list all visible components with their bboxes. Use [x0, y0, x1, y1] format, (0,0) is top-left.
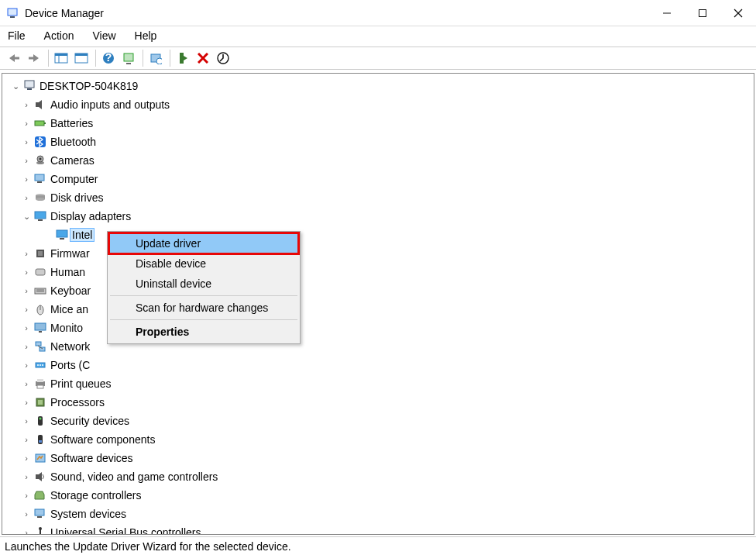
tree-category[interactable]: › Batteries	[7, 114, 754, 133]
ctx-uninstall-device[interactable]: Uninstall device	[109, 274, 298, 294]
chevron-right-icon[interactable]: ›	[21, 435, 32, 444]
chevron-right-icon[interactable]: ›	[21, 119, 32, 128]
uninstall-device-button[interactable]	[194, 49, 212, 67]
show-hide-console-tree-button[interactable]	[52, 49, 70, 67]
tree-category[interactable]: › Universal Serial Bus controllers	[7, 523, 754, 535]
chevron-down-icon[interactable]: ⌄	[10, 81, 21, 91]
chevron-right-icon[interactable]: ›	[21, 453, 32, 463]
chevron-right-icon[interactable]: ›	[21, 156, 32, 165]
svg-rect-23	[27, 88, 32, 90]
scan-hardware-button[interactable]	[119, 49, 138, 67]
cpu-icon	[33, 395, 47, 409]
ctx-scan-hardware[interactable]: Scan for hardware changes	[109, 298, 298, 318]
chevron-right-icon[interactable]: ›	[21, 249, 32, 258]
svg-point-54	[37, 364, 39, 366]
scan-changes-button[interactable]	[214, 49, 232, 67]
chevron-right-icon[interactable]: ›	[21, 342, 32, 351]
tree-category[interactable]: › Storage controllers	[7, 486, 754, 505]
tree-category-label: Print queues	[50, 377, 112, 390]
chevron-right-icon[interactable]: ›	[21, 416, 32, 426]
tree-category-label: System devices	[50, 508, 126, 520]
tree-category[interactable]: › Processors	[7, 393, 754, 412]
chevron-right-icon[interactable]: ›	[21, 491, 32, 500]
tree-category[interactable]: › Disk drives	[7, 188, 754, 207]
tree-category[interactable]: › Security devices	[7, 412, 754, 430]
chip-icon	[33, 246, 47, 260]
menu-view[interactable]: View	[92, 29, 115, 42]
menu-help[interactable]: Help	[135, 29, 157, 42]
forward-button[interactable]	[25, 49, 43, 67]
chevron-down-icon[interactable]: ⌄	[21, 212, 32, 222]
svg-rect-59	[37, 385, 43, 388]
svg-rect-9	[55, 53, 67, 56]
chevron-right-icon[interactable]: ›	[21, 305, 32, 314]
ctx-properties[interactable]: Properties	[109, 322, 298, 342]
tree-category[interactable]: › Print queues	[7, 374, 754, 393]
minimize-button[interactable]	[649, 2, 685, 25]
svg-point-55	[40, 364, 41, 366]
tree-category[interactable]: › Sound, video and game controllers	[7, 467, 754, 486]
custom-view-button[interactable]	[72, 49, 91, 67]
chevron-right-icon[interactable]: ›	[21, 379, 32, 388]
chevron-right-icon[interactable]: ›	[21, 509, 32, 519]
tree-category-label: Bluetooth	[50, 136, 96, 148]
svg-rect-6	[14, 57, 19, 60]
window-title: Device Manager	[25, 7, 104, 19]
svg-rect-50	[36, 342, 41, 346]
tree-category[interactable]: › Computer	[7, 170, 754, 188]
menu-file[interactable]: File	[8, 29, 26, 42]
svg-rect-65	[39, 440, 42, 443]
svg-rect-61	[38, 400, 43, 405]
speaker-icon	[33, 98, 47, 112]
chevron-right-icon[interactable]: ›	[21, 174, 32, 184]
svg-rect-68	[35, 509, 44, 515]
svg-point-63	[40, 418, 42, 420]
close-button[interactable]	[720, 2, 756, 25]
menu-action[interactable]: Action	[44, 29, 74, 42]
tree-category[interactable]: › Software devices	[7, 449, 754, 467]
help-button[interactable]: ?	[99, 49, 118, 67]
tree-category[interactable]: › Software components	[7, 430, 754, 449]
chevron-right-icon[interactable]: ›	[21, 193, 32, 202]
chevron-right-icon[interactable]: ›	[21, 286, 32, 295]
tree-category-label: Computer	[50, 173, 98, 185]
chevron-right-icon[interactable]: ›	[21, 137, 32, 147]
storage-icon	[33, 488, 47, 502]
chevron-right-icon[interactable]: ›	[21, 267, 32, 277]
svg-rect-67	[36, 474, 39, 479]
svg-rect-0	[8, 9, 17, 16]
ctx-update-driver[interactable]: Update driver	[109, 233, 298, 253]
display-icon	[33, 209, 47, 223]
chevron-right-icon[interactable]: ›	[21, 360, 32, 370]
svg-rect-64	[38, 435, 43, 444]
tree-category[interactable]: › Audio inputs and outputs	[7, 95, 754, 114]
tree-category[interactable]: › System devices	[7, 505, 754, 523]
update-driver-button[interactable]	[146, 49, 165, 67]
ctx-disable-device[interactable]: Disable device	[109, 253, 298, 274]
tree-category[interactable]: › Bluetooth	[7, 133, 754, 151]
chevron-right-icon[interactable]: ›	[21, 528, 32, 535]
ctx-separator	[110, 295, 297, 296]
computer-icon	[22, 79, 36, 93]
maximize-button[interactable]	[685, 2, 720, 25]
swcomp-icon	[33, 433, 47, 446]
chevron-right-icon[interactable]: ›	[21, 323, 32, 333]
svg-point-17	[156, 58, 162, 64]
title-bar: Device Manager	[0, 0, 756, 26]
chevron-right-icon[interactable]: ›	[21, 398, 32, 407]
system-icon	[33, 507, 47, 521]
enable-device-button[interactable]	[174, 49, 192, 67]
tree-category[interactable]: › Ports (C	[7, 356, 754, 374]
chevron-right-icon[interactable]: ›	[21, 472, 32, 481]
back-button[interactable]	[5, 49, 23, 67]
menu-bar: File Action View Help	[0, 26, 756, 45]
status-bar: Launches the Update Driver Wizard for th…	[0, 536, 756, 555]
svg-rect-1	[10, 16, 15, 18]
tree-category[interactable]: › Cameras	[7, 151, 754, 170]
svg-point-56	[42, 364, 43, 366]
context-menu: Update driver Disable device Uninstall d…	[107, 231, 301, 344]
tree-root[interactable]: ⌄ DESKTOP-504K819	[7, 77, 754, 95]
tree-category[interactable]: ⌄ Display adapters	[7, 207, 754, 226]
chevron-right-icon[interactable]: ›	[21, 100, 32, 109]
svg-rect-36	[35, 212, 46, 219]
